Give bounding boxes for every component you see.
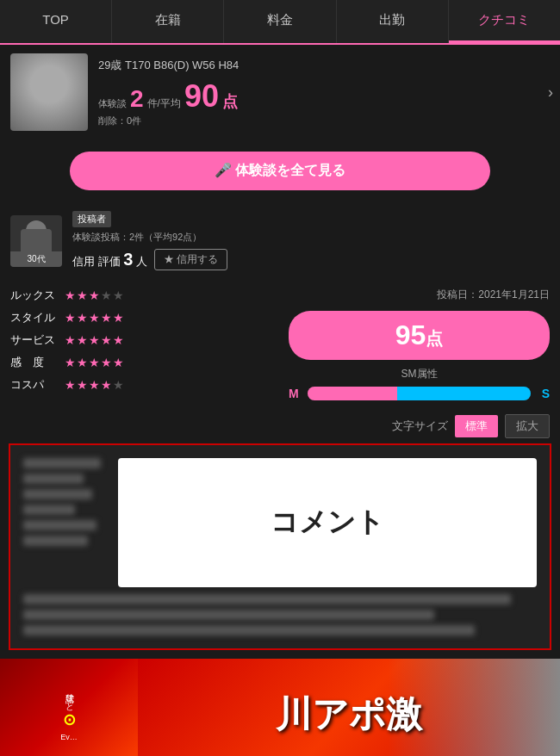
trust-label2: 評価 <box>98 255 121 268</box>
blur-line-4 <box>23 505 75 515</box>
score-unit: 点 <box>426 329 443 348</box>
star-5: ★ <box>113 311 124 325</box>
rating-style-label: スタイル <box>10 310 58 325</box>
review-label: 体験談 <box>98 97 127 110</box>
reviewer-name-row: 投稿者 <box>72 211 550 227</box>
star-1: ★ <box>65 311 76 325</box>
star-3: ★ <box>89 288 100 302</box>
sm-label: SM属性 <box>289 367 550 381</box>
sm-s-label: S <box>536 387 550 400</box>
ratings-section: ルックス ★ ★ ★ ★ ★ スタイル ★ ★ ★ ★ ★ サービス ★ <box>0 279 560 409</box>
star-5: ★ <box>113 288 124 302</box>
ad-left-text-1: 電話ひと <box>63 688 75 707</box>
rating-service-stars: ★ ★ ★ ★ ★ <box>65 333 124 347</box>
review-count: 2 <box>130 85 144 113</box>
trust-unit: 人 <box>136 255 147 268</box>
rating-cospa-stars: ★ ★ ★ ★ ★ <box>65 378 124 392</box>
rating-style-stars: ★ ★ ★ ★ ★ <box>65 311 124 325</box>
fontsize-label: 文字サイズ <box>392 418 448 434</box>
reviewer-info: 投稿者 体験談投稿：2件（平均92点） 信用 評価 3 人 ★ 信用する <box>72 211 550 270</box>
profile-review-count: 体験談 2 件/平均 90 点 <box>98 78 550 115</box>
ad-left: 電話ひと ⊙ Ev… <box>0 659 138 756</box>
sm-fill-s <box>397 387 531 400</box>
blur-bottom-3 <box>23 625 475 635</box>
comment-blur-row: コメント <box>23 458 537 587</box>
star-3: ★ <box>89 333 100 347</box>
comment-white-box: コメント <box>118 458 537 587</box>
trust-count-number: 3 <box>123 250 133 269</box>
trust-row: 信用 評価 3 人 ★ 信用する <box>72 249 550 270</box>
ad-circle: ⊙ <box>63 710 76 729</box>
sm-bar: M S <box>289 387 550 400</box>
comment-box: コメント <box>9 443 551 650</box>
trust-button[interactable]: ★ 信用する <box>154 249 227 270</box>
fontsize-large-button[interactable]: 拡大 <box>505 414 550 438</box>
blur-line-1 <box>23 458 101 468</box>
star-4: ★ <box>101 333 112 347</box>
post-date: 投稿日：2021年1月21日 <box>289 288 550 302</box>
blur-line-3 <box>23 489 92 499</box>
reviewer-tag: 投稿者 <box>72 211 111 227</box>
sm-fill-m <box>308 387 397 400</box>
sm-m-label: M <box>289 387 302 400</box>
star-3: ★ <box>89 311 100 325</box>
rating-service: サービス ★ ★ ★ ★ ★ <box>10 332 271 348</box>
star-2: ★ <box>77 288 88 302</box>
star-4: ★ <box>101 356 112 369</box>
star-1: ★ <box>65 333 76 347</box>
rating-sensitivity-label: 感 度 <box>10 355 58 370</box>
reviewer-sub: 体験談投稿：2件（平均92点） <box>72 231 550 244</box>
rating-looks-stars: ★ ★ ★ ★ ★ <box>65 288 124 302</box>
reviewer-section: 30代 投稿者 体験談投稿：2件（平均92点） 信用 評価 3 人 ★ 信用する <box>0 202 560 279</box>
blur-line-2 <box>23 474 84 484</box>
profile-stats-text: 29歳 T170 B86(D) W56 H84 <box>98 58 550 73</box>
star-5: ★ <box>113 356 124 369</box>
trust-label: 信用 評価 3 人 <box>72 250 147 270</box>
blur-bottom-1 <box>23 594 511 604</box>
star-1: ★ <box>65 356 76 369</box>
top-navigation: TOP 在籍 料金 出勤 クチコミ <box>0 0 560 45</box>
ratings-left: ルックス ★ ★ ★ ★ ★ スタイル ★ ★ ★ ★ ★ サービス ★ <box>10 288 271 400</box>
star-2: ★ <box>77 378 88 392</box>
view-all-button[interactable]: 🎤 体験談を全て見る <box>70 152 490 190</box>
star-2: ★ <box>77 311 88 325</box>
ad-right: 川アポ激 <box>138 659 560 756</box>
blur-bottom-2 <box>23 610 434 620</box>
star-3: ★ <box>89 378 100 392</box>
nav-kuchikomi[interactable]: クチコミ <box>449 0 560 43</box>
star-4: ★ <box>101 378 112 392</box>
view-all-container: 🎤 体験談を全て見る <box>0 139 560 202</box>
star-5: ★ <box>113 378 124 392</box>
avg-score: 90 <box>184 78 219 115</box>
nav-zaiseki[interactable]: 在籍 <box>112 0 224 43</box>
ratings-right: 投稿日：2021年1月21日 95点 SM属性 M S <box>289 288 550 400</box>
reviewer-avatar: 30代 <box>10 215 62 267</box>
rating-cospa: コスパ ★ ★ ★ ★ ★ <box>10 377 271 393</box>
age-badge: 30代 <box>10 251 62 267</box>
ad-left-text-2: Ev… <box>60 733 78 741</box>
rating-sensitivity-stars: ★ ★ ★ ★ ★ <box>65 356 124 369</box>
comment-blur-bottom <box>23 594 537 635</box>
rating-style: スタイル ★ ★ ★ ★ ★ <box>10 310 271 325</box>
nav-top[interactable]: TOP <box>0 0 112 43</box>
nav-ryokin[interactable]: 料金 <box>224 0 336 43</box>
blur-line-5 <box>23 520 96 530</box>
fontsize-row: 文字サイズ 標準 拡大 <box>0 409 560 443</box>
trust-label-text: 信用 <box>72 255 95 268</box>
comment-text: コメント <box>271 504 384 542</box>
star-4: ★ <box>101 311 112 325</box>
avatar-image <box>10 53 88 131</box>
profile-info: 29歳 T170 B86(D) W56 H84 体験談 2 件/平均 90 点 … <box>98 58 550 127</box>
ad-title: 川アポ激 <box>276 691 422 739</box>
rating-looks-label: ルックス <box>10 288 58 303</box>
chevron-right-icon[interactable]: › <box>548 84 553 102</box>
rating-service-label: サービス <box>10 332 58 348</box>
fontsize-standard-button[interactable]: 標準 <box>455 415 498 437</box>
star-2: ★ <box>77 356 88 369</box>
star-2: ★ <box>77 333 88 347</box>
blur-line-6 <box>23 536 88 546</box>
ad-banner[interactable]: 電話ひと ⊙ Ev… 川アポ激 <box>0 659 560 756</box>
star-5: ★ <box>113 333 124 347</box>
nav-shukkin[interactable]: 出勤 <box>337 0 449 43</box>
profile-avatar <box>10 53 88 131</box>
